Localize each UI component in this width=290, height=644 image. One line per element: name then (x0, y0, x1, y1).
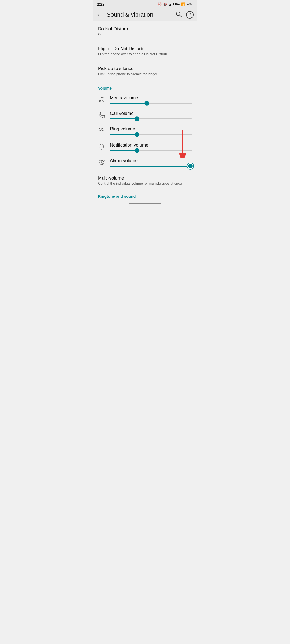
status-time: 2:22 (97, 2, 104, 6)
pickup-silence-title: Pick up to silence (98, 66, 192, 71)
svg-point-2 (99, 100, 101, 102)
call-volume-icon (98, 112, 106, 120)
notification-volume-item: Notification volume (93, 140, 197, 155)
ring-volume-icon (98, 127, 106, 136)
lte-icon: LTE+ (173, 3, 180, 6)
pickup-silence-item[interactable]: Pick up to silence Pick up the phone to … (93, 61, 197, 81)
alarm-volume-content: Alarm volume (110, 158, 192, 167)
page-title: Sound & vibration (107, 11, 171, 18)
do-not-disturb-item[interactable]: Do Not Disturb Off (93, 21, 197, 41)
wifi-icon: ▲ (168, 2, 172, 6)
svg-point-3 (103, 100, 104, 101)
alarm-volume-slider[interactable] (110, 166, 192, 167)
call-volume-content: Call volume (110, 111, 192, 119)
flip-dnd-subtitle: Flip the phone over to enable Do Not Dis… (98, 52, 192, 56)
ring-volume-label: Ring volume (110, 126, 192, 132)
svg-point-0 (176, 12, 180, 16)
alarm-volume-label: Alarm volume (110, 158, 192, 163)
notification-volume-icon (98, 144, 106, 152)
alarm-volume-icon (98, 159, 106, 167)
alarm-volume-item: Alarm volume (93, 155, 197, 171)
svg-line-1 (180, 15, 181, 17)
media-volume-label: Media volume (110, 95, 192, 101)
do-not-disturb-title: Do Not Disturb (98, 26, 192, 32)
toolbar: ← Sound & vibration ? (93, 8, 197, 21)
media-volume-item: Media volume (93, 93, 197, 108)
notification-volume-label: Notification volume (110, 142, 192, 148)
flip-dnd-title: Flip for Do Not Disturb (98, 46, 192, 52)
signal-icon: 📶 (181, 2, 185, 6)
battery-icon: 94% (187, 2, 193, 6)
media-volume-content: Media volume (110, 95, 192, 104)
notification-volume-slider[interactable] (110, 150, 192, 151)
back-button[interactable]: ← (96, 11, 102, 18)
volume-section-header: Volume (93, 81, 197, 93)
call-volume-label: Call volume (110, 111, 192, 116)
do-not-disturb-subtitle: Off (98, 32, 192, 36)
multi-volume-title: Multi-volume (98, 175, 192, 181)
scroll-indicator (129, 203, 161, 204)
media-volume-icon (98, 96, 106, 104)
ringtone-section-header: Ringtone and sound (93, 190, 197, 201)
call-volume-slider[interactable] (110, 118, 192, 119)
call-volume-item: Call volume (93, 108, 197, 124)
help-button[interactable]: ? (186, 11, 194, 19)
flip-dnd-item[interactable]: Flip for Do Not Disturb Flip the phone o… (93, 41, 197, 61)
notification-volume-content: Notification volume (110, 142, 192, 151)
alarm-icon: ⏰ (158, 2, 162, 6)
multi-volume-item[interactable]: Multi-volume Control the individual volu… (93, 171, 197, 190)
phone-muted-icon: 📵 (163, 3, 167, 6)
status-bar: 2:22 ⏰ 📵 ▲ LTE+ 📶 94% (93, 0, 197, 8)
media-volume-slider[interactable] (110, 103, 192, 104)
ring-volume-item: Ring volume (93, 124, 197, 140)
ring-volume-slider[interactable] (110, 134, 192, 135)
multi-volume-subtitle: Control the individual volume for multip… (98, 181, 192, 185)
status-icons: ⏰ 📵 ▲ LTE+ 📶 94% (158, 2, 193, 6)
pickup-silence-subtitle: Pick up the phone to silence the ringer (98, 72, 192, 76)
settings-content: Do Not Disturb Off Flip for Do Not Distu… (93, 21, 197, 207)
search-button[interactable] (175, 11, 182, 19)
ring-volume-content: Ring volume (110, 126, 192, 135)
